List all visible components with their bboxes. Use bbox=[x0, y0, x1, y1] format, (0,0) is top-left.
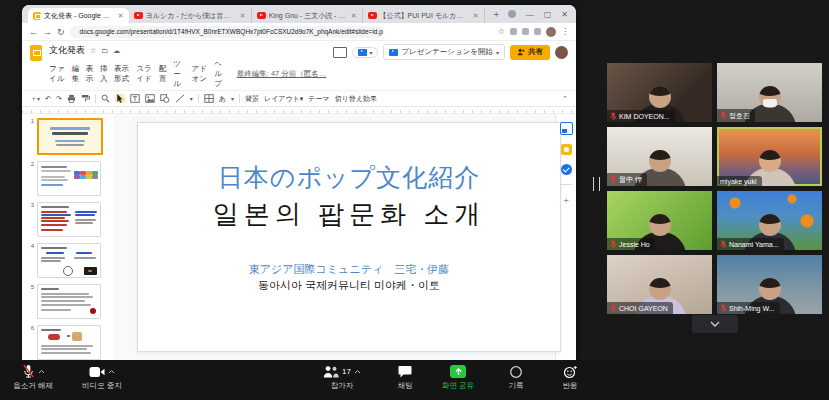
cloud-status-icon[interactable]: ☁ bbox=[113, 47, 120, 55]
stop-video-button[interactable]: 비디오 중지 bbox=[70, 364, 134, 391]
keep-icon[interactable] bbox=[561, 144, 572, 155]
extension-icon[interactable] bbox=[510, 28, 517, 35]
panel-resize-handle[interactable] bbox=[593, 177, 600, 191]
tasks-icon[interactable] bbox=[561, 164, 572, 175]
forward-icon[interactable]: → bbox=[43, 27, 52, 37]
insert-shape-icon[interactable] bbox=[160, 94, 170, 103]
video-tile-jessie-ho[interactable]: Jessie Ho bbox=[607, 191, 712, 250]
browser-menu-icon[interactable]: ⋮ bbox=[561, 27, 569, 36]
background-button[interactable]: 背景 bbox=[245, 94, 259, 104]
slide-thumbnail-4[interactable] bbox=[37, 243, 101, 278]
tab-close-icon[interactable]: ✕ bbox=[351, 12, 357, 20]
present-mode-pill[interactable]: ▾ bbox=[352, 47, 378, 58]
address-bar[interactable]: docs.google.com/presentation/d/1T4fHVX_B… bbox=[70, 26, 384, 38]
extension-icon[interactable] bbox=[534, 28, 541, 35]
video-tile-choi-gayeon[interactable]: CHOI GAYEON bbox=[607, 255, 712, 314]
add-addon-icon[interactable]: ＋ bbox=[562, 194, 571, 207]
transition-button[interactable]: 切り替え効果 bbox=[335, 94, 377, 104]
share-button[interactable]: 共有 bbox=[510, 45, 550, 60]
collapse-toolbar-icon[interactable]: ⌃ bbox=[562, 95, 568, 103]
menu-edit[interactable]: 編集 bbox=[72, 64, 80, 84]
reload-icon[interactable]: ↻ bbox=[57, 27, 65, 37]
bookmark-star-icon[interactable]: ☆ bbox=[498, 27, 505, 36]
tab-youtube-2[interactable]: King Gnu - 三文小説 - YouTube ✕ bbox=[252, 8, 363, 23]
insert-table-icon[interactable] bbox=[204, 94, 214, 103]
text-box-tool-icon[interactable] bbox=[130, 94, 140, 103]
new-slide-button[interactable]: ＋▾ bbox=[30, 94, 40, 104]
slide-thumbnail-6[interactable] bbox=[37, 325, 101, 360]
insert-image-icon[interactable] bbox=[145, 94, 155, 103]
browser-url-row: ← → ↻ docs.google.com/presentation/d/1T4… bbox=[22, 23, 576, 41]
menu-file[interactable]: ファイル bbox=[49, 64, 66, 84]
theme-button[interactable]: テーマ bbox=[308, 94, 329, 104]
extension-icon[interactable] bbox=[522, 28, 529, 35]
slide-thumbnail-2[interactable] bbox=[37, 161, 101, 196]
menu-addons[interactable]: アドオン bbox=[192, 64, 209, 84]
menu-help[interactable]: ヘルプ bbox=[214, 59, 227, 89]
layout-button[interactable]: レイアウト▾ bbox=[264, 94, 303, 104]
chevron-up-icon[interactable] bbox=[108, 369, 115, 374]
slide-subtitle-korean[interactable]: 동아시아 국제커뮤니티 미야케・이토 bbox=[258, 278, 440, 293]
browser-update-icon[interactable] bbox=[508, 10, 516, 18]
slide-thumbnail-1[interactable] bbox=[37, 118, 103, 155]
slide-title-japanese[interactable]: 日本のポップ文化紹介 bbox=[218, 161, 480, 194]
video-tile-kim-doyeon[interactable]: KIM DOYEON... bbox=[607, 63, 712, 122]
last-edit-link[interactable]: 最終編集: 47 分前（匿名… bbox=[237, 69, 327, 79]
menu-insert[interactable]: 挿入 bbox=[100, 64, 108, 84]
menu-format[interactable]: 表示形式 bbox=[114, 64, 130, 84]
menu-slide[interactable]: スライド bbox=[136, 64, 153, 84]
tab-close-icon[interactable]: ✕ bbox=[118, 12, 124, 20]
slide-thumbnail-3[interactable] bbox=[37, 202, 101, 237]
video-tile-hatanaka[interactable]: 畠中 悍 bbox=[607, 127, 712, 186]
reactions-button[interactable]: 반응 bbox=[538, 364, 602, 391]
tab-title: 【公式】PUI PUI モルカー 第1話… bbox=[380, 11, 470, 21]
undo-icon[interactable]: ↶ bbox=[45, 95, 51, 103]
tab-youtube-3[interactable]: 【公式】PUI PUI モルカー 第1話… ✕ bbox=[363, 8, 485, 23]
menu-tools[interactable]: ツール bbox=[173, 59, 185, 89]
minimize-icon[interactable]: — bbox=[526, 10, 534, 19]
move-folder-icon[interactable]: 🗀 bbox=[101, 47, 108, 54]
chevron-up-icon[interactable] bbox=[354, 369, 361, 374]
unmute-button[interactable]: 음소거 해제 bbox=[1, 364, 65, 391]
google-slides-logo[interactable] bbox=[30, 45, 42, 61]
menu-view[interactable]: 表示 bbox=[86, 64, 94, 84]
chevron-up-icon[interactable] bbox=[38, 369, 45, 374]
tab-youtube-1[interactable]: ヨルシカ - だから僕は音楽を辞めた… ✕ bbox=[129, 8, 252, 23]
star-doc-icon[interactable]: ☆ bbox=[90, 47, 96, 55]
new-tab-button[interactable]: ＋ bbox=[485, 8, 508, 21]
share-screen-button[interactable]: 화면 공유 bbox=[426, 364, 490, 391]
browser-action-icons: ☆ ⋮ bbox=[498, 27, 569, 37]
tab-close-icon[interactable]: ✕ bbox=[240, 12, 246, 20]
tab-close-icon[interactable]: ✕ bbox=[473, 12, 479, 20]
chevron-down-icon[interactable]: ▾ bbox=[231, 95, 234, 102]
furigana-tool[interactable]: あ bbox=[219, 94, 226, 104]
print-icon[interactable] bbox=[67, 94, 76, 103]
back-icon[interactable]: ← bbox=[29, 27, 38, 37]
paint-format-icon[interactable] bbox=[81, 94, 90, 103]
video-tile-miyake-yuki[interactable]: miyake yuki bbox=[717, 127, 822, 186]
slideshow-screen-icon[interactable] bbox=[333, 47, 347, 58]
start-presentation-button[interactable]: プレゼンテーションを開始 ▾ bbox=[383, 44, 505, 60]
insert-line-icon[interactable] bbox=[175, 94, 185, 103]
redo-icon[interactable]: ↷ bbox=[56, 95, 62, 103]
chevron-down-icon[interactable]: ▾ bbox=[190, 95, 193, 102]
maximize-icon[interactable]: ▢ bbox=[544, 10, 552, 19]
account-avatar[interactable] bbox=[555, 46, 568, 59]
browser-profile-avatar[interactable] bbox=[546, 27, 556, 37]
video-tile-nanami[interactable]: Nanami Yama... bbox=[717, 191, 822, 250]
calendar-icon[interactable] bbox=[560, 122, 573, 135]
slide-title-korean[interactable]: 일본의 팝문화 소개 bbox=[213, 197, 485, 232]
video-tile-jeong-hojin[interactable]: 정호진 bbox=[717, 63, 822, 122]
close-icon[interactable]: ✕ bbox=[561, 10, 568, 19]
slide-subtitle-japanese[interactable]: 東アジア国際コミュニティ 三宅・伊藤 bbox=[249, 262, 449, 277]
menu-arrange[interactable]: 配置 bbox=[159, 64, 167, 84]
slide-thumbnail-5[interactable] bbox=[37, 284, 101, 319]
tab-slides[interactable]: 文化発表 - Google スライド ✕ bbox=[28, 8, 129, 23]
select-cursor-tool[interactable] bbox=[115, 94, 125, 103]
participants-button[interactable]: 17 참가자 bbox=[310, 364, 374, 391]
zoom-tool-icon[interactable] bbox=[101, 94, 110, 103]
document-title[interactable]: 文化発表 bbox=[49, 44, 85, 57]
current-slide[interactable]: 日本のポップ文化紹介 일본의 팝문화 소개 東アジア国際コミュニティ 三宅・伊藤… bbox=[137, 122, 561, 352]
video-tile-shih-ming[interactable]: Shih-Ming W... bbox=[717, 255, 822, 314]
collapse-gallery-button[interactable] bbox=[692, 315, 738, 333]
